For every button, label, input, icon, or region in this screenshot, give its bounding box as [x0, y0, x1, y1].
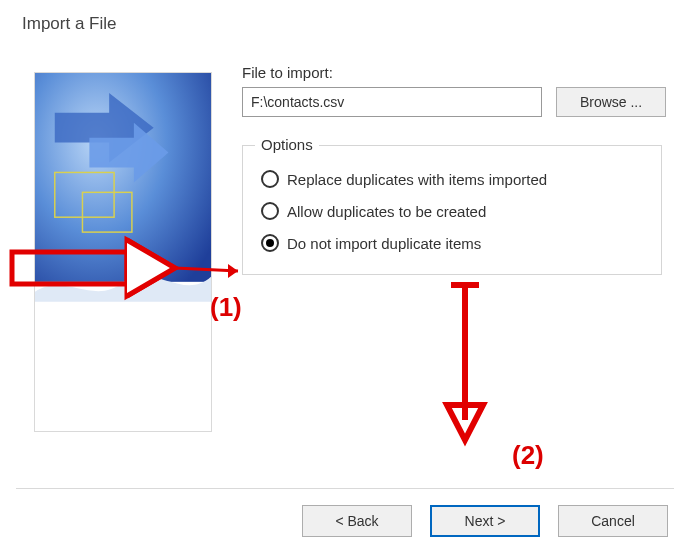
option-allow-duplicates[interactable]: Allow duplicates to be created	[261, 202, 645, 220]
next-button[interactable]: Next >	[430, 505, 540, 537]
separator	[16, 488, 674, 489]
dialog-content: File to import: Browse ... Options Repla…	[22, 60, 672, 479]
svg-rect-1	[35, 282, 211, 431]
option-label: Do not import duplicate items	[287, 235, 481, 252]
options-group: Options Replace duplicates with items im…	[242, 145, 662, 275]
file-path-input[interactable]	[242, 87, 542, 117]
file-to-import-label: File to import:	[242, 64, 672, 81]
option-do-not-import-duplicates[interactable]: Do not import duplicate items	[261, 234, 645, 252]
dialog-title: Import a File	[0, 0, 690, 34]
wizard-graphic	[34, 72, 212, 432]
cancel-button[interactable]: Cancel	[558, 505, 668, 537]
option-label: Allow duplicates to be created	[287, 203, 486, 220]
radio-icon[interactable]	[261, 202, 279, 220]
back-button[interactable]: < Back	[302, 505, 412, 537]
option-replace-duplicates[interactable]: Replace duplicates with items imported	[261, 170, 645, 188]
option-label: Replace duplicates with items imported	[287, 171, 547, 188]
radio-icon[interactable]	[261, 234, 279, 252]
button-row: < Back Next > Cancel	[302, 505, 668, 537]
browse-button[interactable]: Browse ...	[556, 87, 666, 117]
radio-icon[interactable]	[261, 170, 279, 188]
options-legend: Options	[255, 136, 319, 153]
form-area: File to import: Browse ... Options Repla…	[242, 64, 672, 275]
